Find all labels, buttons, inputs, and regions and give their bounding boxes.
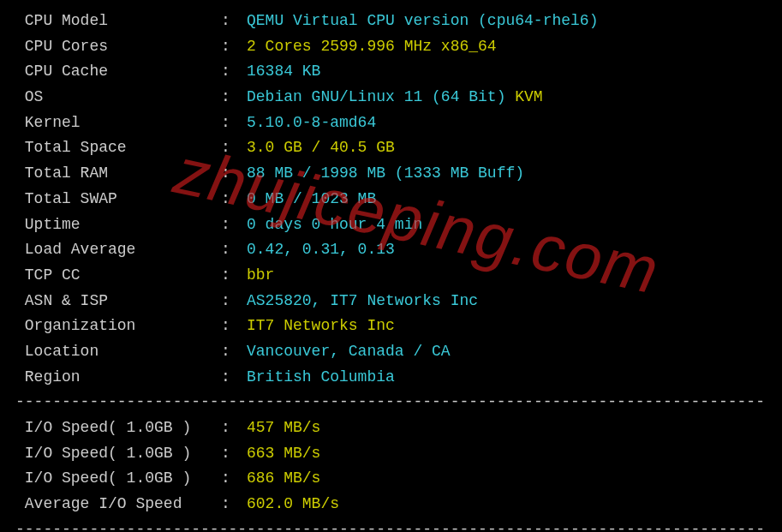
- info-value: 602.0 MB/s: [247, 492, 339, 517]
- info-label: Total Space: [15, 135, 221, 161]
- info-label: ASN & ISP: [15, 289, 221, 314]
- info-value: AS25820, IT7 Networks Inc: [247, 289, 478, 314]
- colon-separator: :: [221, 34, 247, 60]
- colon-separator: :: [221, 237, 247, 263]
- info-label: TCP CC: [15, 263, 221, 289]
- info-value: KVM: [515, 85, 542, 111]
- info-row: CPU Cores : 2 Cores 2599.996 MHz x86_64: [15, 34, 767, 60]
- colon-separator: :: [221, 365, 247, 391]
- info-row: I/O Speed( 1.0GB ) : 663 MB/s: [15, 441, 767, 467]
- terminal-output: CPU Model : QEMU Virtual CPU version (cp…: [15, 9, 767, 532]
- info-label: I/O Speed( 1.0GB ): [15, 441, 221, 467]
- info-value: Vancouver, Canada / CA: [247, 339, 451, 365]
- info-value: 2 Cores 2599.996 MHz x86_64: [247, 34, 497, 60]
- colon-separator: :: [221, 339, 247, 365]
- info-value: 16384 KB: [247, 59, 320, 85]
- info-row: Uptime : 0 days 0 hour 4 min: [15, 212, 767, 238]
- info-row: CPU Model : QEMU Virtual CPU version (cp…: [15, 9, 767, 34]
- info-value: 3.0 GB / 40.5 GB: [247, 135, 395, 161]
- info-label: Average I/O Speed: [15, 492, 221, 517]
- colon-separator: :: [221, 161, 247, 187]
- info-value: QEMU Virtual CPU version (cpu64-rhel6): [247, 9, 598, 34]
- info-value: 663 MB/s: [247, 441, 320, 467]
- info-value: Debian GNU/Linux 11 (64 Bit): [247, 85, 515, 111]
- colon-separator: :: [221, 59, 247, 85]
- colon-separator: :: [221, 111, 247, 136]
- info-label: CPU Model: [15, 9, 221, 34]
- info-row: Organization : IT7 Networks Inc: [15, 314, 767, 339]
- info-value: 5.10.0-8-amd64: [247, 111, 376, 136]
- info-value: 457 MB/s: [247, 415, 320, 441]
- info-label: Location: [15, 339, 221, 365]
- info-row: I/O Speed( 1.0GB ) : 457 MB/s: [15, 415, 767, 441]
- colon-separator: :: [221, 212, 247, 238]
- colon-separator: :: [221, 441, 247, 467]
- info-label: Kernel: [15, 111, 221, 136]
- colon-separator: :: [221, 135, 247, 161]
- divider-line: ----------------------------------------…: [15, 390, 767, 415]
- info-row: CPU Cache : 16384 KB: [15, 59, 767, 85]
- info-row: I/O Speed( 1.0GB ) : 686 MB/s: [15, 466, 767, 492]
- info-row: Location : Vancouver, Canada / CA: [15, 339, 767, 365]
- colon-separator: :: [221, 289, 247, 314]
- colon-separator: :: [221, 466, 247, 492]
- info-row: Total SWAP : 0 MB / 1023 MB: [15, 187, 767, 212]
- info-label: Load Average: [15, 237, 221, 263]
- info-label: Organization: [15, 314, 221, 339]
- info-row: OS : Debian GNU/Linux 11 (64 Bit) KVM: [15, 85, 767, 111]
- info-row: Load Average : 0.42, 0.31, 0.13: [15, 237, 767, 263]
- info-value: 0.42, 0.31, 0.13: [247, 237, 395, 263]
- info-row: Average I/O Speed : 602.0 MB/s: [15, 492, 767, 517]
- info-label: CPU Cache: [15, 59, 221, 85]
- info-row: Total RAM : 88 MB / 1998 MB (1333 MB Buf…: [15, 161, 767, 187]
- info-value: 0 MB / 1023 MB: [247, 187, 376, 212]
- info-label: Total RAM: [15, 161, 221, 187]
- info-label: I/O Speed( 1.0GB ): [15, 466, 221, 492]
- info-value: 88 MB / 1998 MB (1333 MB Buff): [247, 161, 524, 187]
- colon-separator: :: [221, 415, 247, 441]
- info-value: bbr: [247, 263, 274, 289]
- info-value: 0 days 0 hour 4 min: [247, 212, 422, 238]
- info-label: I/O Speed( 1.0GB ): [15, 415, 221, 441]
- info-row: Total Space : 3.0 GB / 40.5 GB: [15, 135, 767, 161]
- colon-separator: :: [221, 187, 247, 212]
- divider-line: ----------------------------------------…: [15, 517, 767, 532]
- colon-separator: :: [221, 263, 247, 289]
- info-row: Kernel : 5.10.0-8-amd64: [15, 111, 767, 136]
- info-label: Total SWAP: [15, 187, 221, 212]
- info-row: Region : British Columbia: [15, 365, 767, 391]
- info-label: OS: [15, 85, 221, 111]
- info-value: British Columbia: [247, 365, 395, 391]
- info-value: 686 MB/s: [247, 466, 320, 492]
- info-row: ASN & ISP : AS25820, IT7 Networks Inc: [15, 289, 767, 314]
- info-value: IT7 Networks Inc: [247, 314, 395, 339]
- colon-separator: :: [221, 85, 247, 111]
- info-label: CPU Cores: [15, 34, 221, 60]
- colon-separator: :: [221, 314, 247, 339]
- info-row: TCP CC : bbr: [15, 263, 767, 289]
- colon-separator: :: [221, 9, 247, 34]
- info-label: Region: [15, 365, 221, 391]
- colon-separator: :: [221, 492, 247, 517]
- info-label: Uptime: [15, 212, 221, 238]
